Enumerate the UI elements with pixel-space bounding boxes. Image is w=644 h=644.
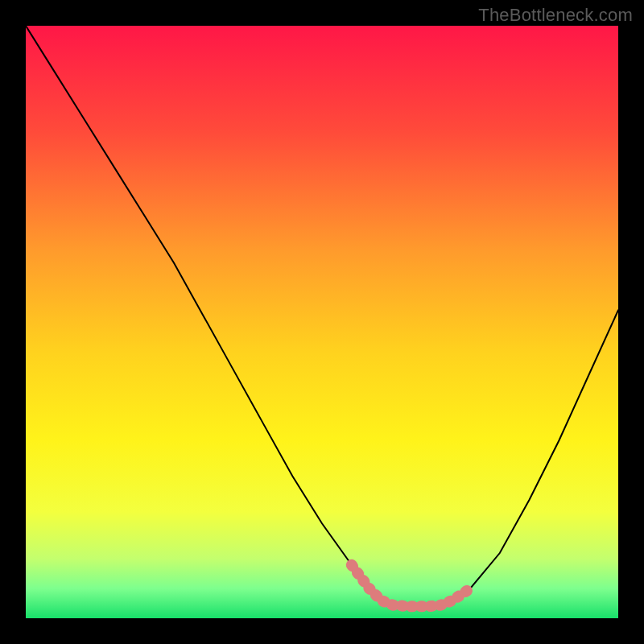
chart-stage: TheBottleneck.com (0, 0, 644, 644)
watermark-text: TheBottleneck.com (478, 5, 633, 26)
plot-area (26, 26, 618, 618)
optimal-band-highlight (352, 565, 470, 607)
highlight-layer (26, 26, 618, 618)
